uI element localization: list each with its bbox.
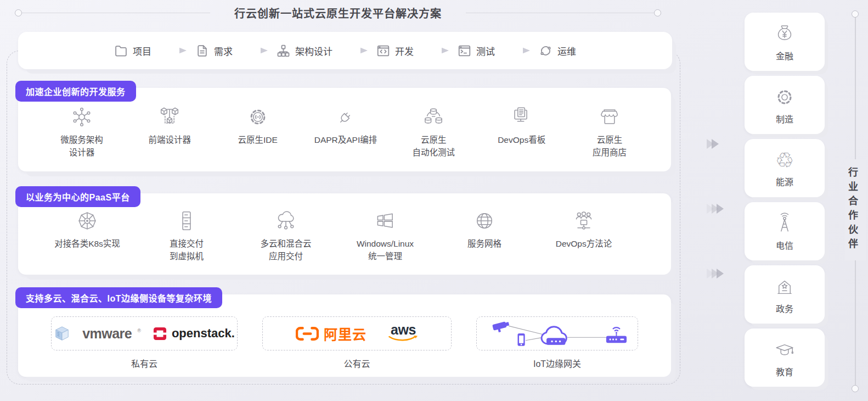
panel-paas-platform: 以业务为中心的PaaS平台 对接各类K8s实现 直接交付 到虚拟机 多云和混合云… bbox=[18, 193, 671, 275]
line-end-dot bbox=[654, 9, 661, 16]
panel-environments: 支持多云、混合云、IoT边缘侧设备等复杂环境 vmware® openstack… bbox=[18, 294, 671, 377]
paas-item-service-mesh: 服务网格 bbox=[440, 208, 529, 250]
terminal-icon bbox=[458, 44, 471, 58]
workflow-step-label: 测试 bbox=[476, 44, 495, 58]
forward-arrows-icon bbox=[707, 204, 722, 214]
workflow-bar: 项目 需求 架构设计 开发 测试 运维 bbox=[18, 32, 672, 69]
alicloud-logo: 阿里云 bbox=[296, 324, 367, 343]
cubes-icon bbox=[157, 104, 182, 130]
workflow-step-test: 测试 bbox=[458, 44, 495, 58]
cctv-camera-icon bbox=[492, 321, 510, 333]
cloud-gateway-icon bbox=[541, 327, 566, 345]
env-iot-gateway: IoT边缘网关 bbox=[476, 316, 638, 370]
paas-item-multicloud-delivery: 多云和混合云 应用交付 bbox=[241, 208, 330, 263]
aws-smile-icon bbox=[388, 336, 418, 343]
cloud-nodes-icon bbox=[273, 208, 298, 233]
team-icon bbox=[571, 208, 596, 233]
government-building-icon bbox=[773, 275, 797, 299]
openstack-logo: openstack. bbox=[153, 326, 235, 341]
workflow-step-label: 项目 bbox=[133, 44, 151, 58]
env-label: 公有云 bbox=[343, 357, 370, 370]
industry-card-telecom: 电信 bbox=[745, 202, 825, 260]
workflow-step-label: 架构设计 bbox=[295, 44, 332, 58]
line-end-dot bbox=[852, 10, 859, 18]
service-item-app-store: 云原生 应用商店 bbox=[568, 104, 651, 159]
service-item-label: 前端设计器 bbox=[149, 133, 191, 146]
private-cloud-box: vmware® openstack. bbox=[51, 316, 238, 350]
workflow-step-label: 运维 bbox=[557, 44, 576, 58]
money-bag-icon bbox=[773, 22, 797, 46]
industry-card-government: 政务 bbox=[745, 265, 825, 324]
workflow-step-architecture: 架构设计 bbox=[277, 44, 332, 58]
public-cloud-box: 阿里云 aws bbox=[262, 316, 452, 350]
folder-icon bbox=[114, 44, 128, 58]
solution-diagram: 行云创新一站式云原生开发平台解决方案 项目 需求 架构设计 开发 测试 bbox=[0, 0, 868, 401]
iot-gateway-box bbox=[476, 316, 638, 350]
globe-icon bbox=[472, 208, 497, 233]
vmware-logo: vmware® bbox=[82, 326, 141, 342]
paas-item-vm-delivery: 直接交付 到虚拟机 bbox=[142, 208, 231, 263]
database-cluster-icon bbox=[421, 104, 446, 130]
flow-arrow-icon bbox=[160, 47, 187, 54]
industry-label: 教育 bbox=[776, 365, 793, 378]
paas-item-label: 多云和混合云 应用交付 bbox=[260, 237, 311, 263]
env-public-cloud: 阿里云 aws 公有云 bbox=[262, 316, 452, 370]
line-end-dot bbox=[852, 385, 859, 392]
service-item-label: 云原生IDE bbox=[238, 133, 277, 146]
monitor-document-icon bbox=[509, 104, 534, 130]
storefront-icon bbox=[597, 104, 622, 130]
windows-icon bbox=[373, 208, 398, 233]
server-rack-icon bbox=[174, 208, 199, 233]
aws-logo: aws bbox=[388, 324, 418, 343]
title-rule-right bbox=[466, 13, 654, 13]
industry-label: 政务 bbox=[776, 302, 793, 315]
env-private-cloud: vmware® openstack. 私有云 bbox=[51, 316, 238, 370]
blue-server-box-icon bbox=[54, 325, 70, 342]
service-item-label: 微服务架构 设计器 bbox=[60, 133, 103, 159]
panel-badge: 支持多云、混合云、IoT边缘侧设备等复杂环境 bbox=[15, 287, 222, 308]
sync-loop-icon bbox=[539, 44, 553, 58]
workflow-step-project: 项目 bbox=[114, 44, 151, 58]
flow-arrow-icon bbox=[503, 47, 531, 54]
env-label: 私有云 bbox=[131, 357, 157, 370]
service-item-frontend-designer: 前端设计器 bbox=[128, 104, 211, 146]
alicloud-brackets-icon bbox=[296, 326, 319, 341]
microservice-hub-icon bbox=[69, 104, 94, 130]
service-item-devops-board: DevOps看板 bbox=[480, 104, 563, 146]
smartphone-icon bbox=[517, 333, 525, 346]
flow-arrow-icon bbox=[241, 47, 268, 54]
document-icon bbox=[195, 44, 209, 58]
env-label: IoT边缘网关 bbox=[533, 357, 581, 370]
workflow-step-develop: 开发 bbox=[376, 44, 414, 58]
service-item-label: DevOps看板 bbox=[498, 133, 545, 146]
panel-dev-services: 加速企业创新的开发服务 微服务架构 设计器 前端设计器 云原生IDE DAPR及… bbox=[18, 88, 671, 171]
wifi-router-icon bbox=[606, 327, 626, 343]
industry-label: 能源 bbox=[776, 175, 793, 188]
line-end-dot bbox=[15, 9, 22, 16]
forward-arrows-icon bbox=[707, 269, 722, 279]
flow-arrow-icon bbox=[341, 47, 368, 54]
industry-card-energy: ♲ 能源 bbox=[745, 139, 825, 197]
industry-label: 金融 bbox=[776, 49, 793, 62]
forward-arrows-icon bbox=[707, 139, 717, 149]
partner-rail-label: 行业合作伙伴 bbox=[845, 159, 866, 260]
title-rule-left bbox=[22, 13, 210, 13]
service-item-dapr-api: DAPR及API编排 bbox=[304, 104, 387, 146]
flow-arrow-icon bbox=[422, 47, 449, 54]
panel-badge: 以业务为中心的PaaS平台 bbox=[15, 186, 140, 207]
openstack-mark-icon bbox=[153, 327, 167, 341]
paas-item-devops-method: DevOps方法论 bbox=[539, 208, 628, 250]
service-item-microservice-designer: 微服务架构 设计器 bbox=[40, 104, 123, 159]
service-item-label: 云原生 应用商店 bbox=[593, 133, 627, 159]
gear-icon bbox=[773, 85, 797, 109]
paas-item-win-linux: Windows/Linux 统一管理 bbox=[341, 208, 430, 263]
paas-item-label: DevOps方法论 bbox=[556, 237, 612, 250]
iot-devices-icon bbox=[483, 318, 632, 349]
page-title: 行云创新一站式云原生开发平台解决方案 bbox=[234, 5, 442, 21]
industry-label: 制造 bbox=[776, 112, 793, 125]
industry-card-manufacturing: 制造 bbox=[745, 76, 825, 134]
industry-card-finance: 金融 bbox=[745, 13, 825, 71]
industry-label: 电信 bbox=[776, 238, 793, 252]
code-window-icon bbox=[376, 44, 390, 58]
antenna-tower-icon bbox=[773, 211, 797, 236]
